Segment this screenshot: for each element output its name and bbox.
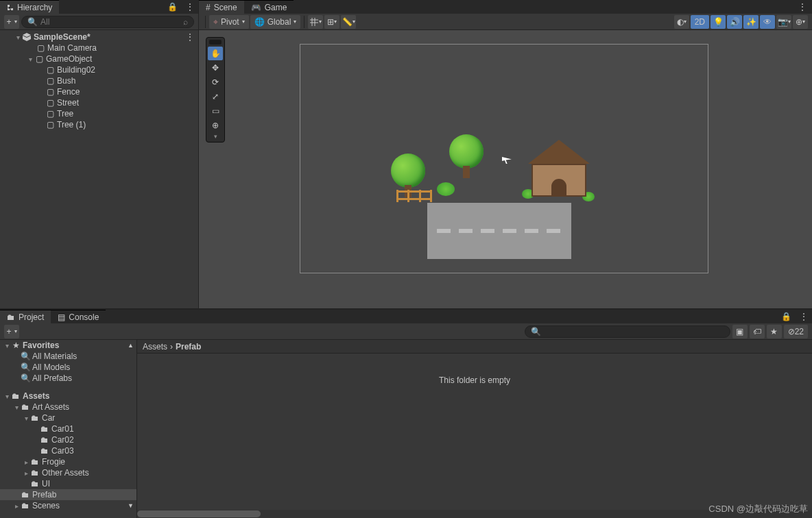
search-icon: 🔍 xyxy=(21,373,30,383)
lighting-toggle[interactable]: 💡 xyxy=(710,15,726,29)
folder-art-assets[interactable]: ▾🖿Art Assets xyxy=(0,402,136,412)
2d-label: 2D xyxy=(695,17,705,27)
hierarchy-item-building02[interactable]: ▢Building02 xyxy=(0,64,198,75)
grid-icon xyxy=(309,17,319,27)
camera-dropdown[interactable]: 📷▾ xyxy=(776,15,791,29)
hierarchy-item-gameobject[interactable]: ▾ ▢ GameObject xyxy=(0,53,198,64)
hierarchy-search-input[interactable] xyxy=(40,17,183,27)
chevron-down-icon[interactable]: ▾ xyxy=(26,56,34,63)
fav-all-prefabs[interactable]: 🔍All Prefabs xyxy=(0,373,136,384)
pivot-dropdown[interactable]: ⌖Pivot▾ xyxy=(209,15,249,29)
street-sprite xyxy=(427,203,571,259)
hierarchy-item-street[interactable]: ▢Street xyxy=(0,97,198,108)
audio-toggle[interactable]: 🔊 xyxy=(727,15,742,29)
assets-label: Assets xyxy=(23,391,49,401)
filter-label-icon: 🏷 xyxy=(753,327,761,336)
fx-toggle[interactable]: ✨ xyxy=(743,15,759,29)
cube-icon: ▢ xyxy=(45,65,55,75)
snap-increment-button[interactable]: ⊞▾ xyxy=(324,15,339,29)
folder-car03[interactable]: 🖿Car03 xyxy=(0,445,136,456)
assets-header[interactable]: ▾🖿Assets xyxy=(0,391,136,402)
scene-menu-icon[interactable]: ⋮ xyxy=(793,2,812,12)
hidden-count-button[interactable]: ⊘22 xyxy=(784,325,808,338)
chevron-right-icon[interactable]: ▸ xyxy=(22,458,30,466)
chevron-down-icon[interactable]: ▾ xyxy=(3,342,11,349)
search-by-type-button[interactable]: ▣ xyxy=(732,325,748,338)
hierarchy-label: GameObject xyxy=(46,54,92,64)
folder-scenes[interactable]: ▸🖿Scenes▼ xyxy=(0,500,136,511)
global-label: Global xyxy=(267,17,291,27)
folder-frogie[interactable]: ▸🖿Frogie xyxy=(0,456,136,467)
hierarchy-item-main-camera[interactable]: ▢ Main Camera xyxy=(0,42,198,53)
visibility-toggle[interactable]: 👁 xyxy=(760,15,775,29)
snap-settings-button[interactable]: 📏▾ xyxy=(341,15,356,29)
hierarchy-create-dropdown[interactable]: +▾ xyxy=(4,15,19,29)
global-dropdown[interactable]: 🌐Global▾ xyxy=(250,15,301,29)
folder-icon: 🖿 xyxy=(30,468,40,478)
search-by-label-button[interactable]: 🏷 xyxy=(750,325,765,338)
fav-all-materials[interactable]: 🔍All Materials xyxy=(0,351,136,362)
fav-all-models[interactable]: 🔍All Models xyxy=(0,362,136,373)
hierarchy-item-tree[interactable]: ▢Tree xyxy=(0,108,198,119)
cube-icon: ▢ xyxy=(45,120,55,130)
favorites-header[interactable]: ▾★Favorites▲ xyxy=(0,340,136,351)
chevron-right-icon[interactable]: ▸ xyxy=(12,502,21,510)
move-tool[interactable]: ✥ xyxy=(208,61,223,75)
folder-other[interactable]: ▸🖿Other Assets xyxy=(0,467,136,478)
shading-dropdown[interactable]: ◐▾ xyxy=(674,15,689,29)
svg-rect-0 xyxy=(8,5,10,7)
hand-tool[interactable]: ✋ xyxy=(208,47,223,60)
folder-prefab[interactable]: 🖿Prefab xyxy=(0,489,136,500)
tab-console[interactable]: ▤Console xyxy=(51,310,106,323)
breadcrumb-root[interactable]: Assets xyxy=(143,342,167,352)
save-search-button[interactable]: ★ xyxy=(767,325,782,338)
search-clear-icon[interactable]: ⌕ xyxy=(183,17,188,27)
rect-icon: ▭ xyxy=(212,106,219,116)
tab-project[interactable]: 🖿Project xyxy=(0,310,51,323)
tab-scene[interactable]: #Scene xyxy=(199,0,244,14)
rect-tool[interactable]: ▭ xyxy=(208,104,223,118)
transform-icon: ⊕ xyxy=(212,121,219,130)
project-menu-icon[interactable]: ⋮ xyxy=(796,312,812,321)
palette-more-icon[interactable]: ▾ xyxy=(206,133,224,140)
folder-car[interactable]: ▾🖿Car xyxy=(0,412,136,423)
project-search[interactable]: 🔍 xyxy=(525,325,730,338)
transform-tool[interactable]: ⊕ xyxy=(208,119,223,132)
scrollbar-thumb[interactable] xyxy=(137,510,261,517)
pivot-label: Pivot xyxy=(221,17,239,27)
scroll-up-icon[interactable]: ▲ xyxy=(128,342,134,349)
breadcrumb-current[interactable]: Prefab xyxy=(176,342,201,352)
hierarchy-scene-row[interactable]: ▾ SampleScene* ⋮ xyxy=(0,32,198,42)
rotate-tool[interactable]: ⟳ xyxy=(208,75,223,89)
gizmos-dropdown[interactable]: ⊕▾ xyxy=(793,15,808,29)
grid-snap-button[interactable]: ▾ xyxy=(308,15,323,29)
folder-ui[interactable]: 🖿UI xyxy=(0,478,136,489)
scale-tool[interactable]: ⤢ xyxy=(208,90,223,103)
tab-hierarchy[interactable]: Hierarchy xyxy=(0,0,59,14)
hierarchy-item-fence[interactable]: ▢Fence xyxy=(0,86,198,97)
palette-grip[interactable] xyxy=(209,40,222,45)
scene-viewport[interactable]: ✋ ✥ ⟳ ⤢ ▭ ⊕ ▾ xyxy=(199,30,812,308)
project-search-input[interactable] xyxy=(544,327,724,336)
lock-icon[interactable]: 🔒 xyxy=(163,2,182,12)
chevron-right-icon[interactable]: ▸ xyxy=(22,469,30,477)
project-label: Art Assets xyxy=(32,402,69,412)
2d-toggle[interactable]: 2D xyxy=(691,15,709,29)
hierarchy-search[interactable]: 🔍 ⌕ xyxy=(21,16,194,28)
tab-game[interactable]: 🎮Game xyxy=(244,0,294,14)
project-label: All Materials xyxy=(32,352,77,361)
scroll-down-icon[interactable]: ▼ xyxy=(128,502,134,509)
chevron-down-icon[interactable]: ▾ xyxy=(12,404,21,411)
chevron-down-icon[interactable]: ▾ xyxy=(22,415,30,422)
lock-icon[interactable]: 🔒 xyxy=(777,312,796,321)
folder-car01[interactable]: 🖿Car01 xyxy=(0,423,136,434)
chevron-down-icon[interactable]: ▾ xyxy=(3,393,11,400)
hierarchy-item-bush[interactable]: ▢Bush xyxy=(0,75,198,86)
favorites-label: Favorites xyxy=(23,341,59,350)
hierarchy-menu-icon[interactable]: ⋮ xyxy=(182,2,198,12)
hierarchy-item-tree1[interactable]: ▢Tree (1) xyxy=(0,119,198,130)
scene-menu-icon[interactable]: ⋮ xyxy=(186,32,194,42)
folder-car02[interactable]: 🖿Car02 xyxy=(0,434,136,445)
project-create-dropdown[interactable]: +▾ xyxy=(4,325,19,338)
chevron-down-icon[interactable]: ▾ xyxy=(14,34,22,41)
